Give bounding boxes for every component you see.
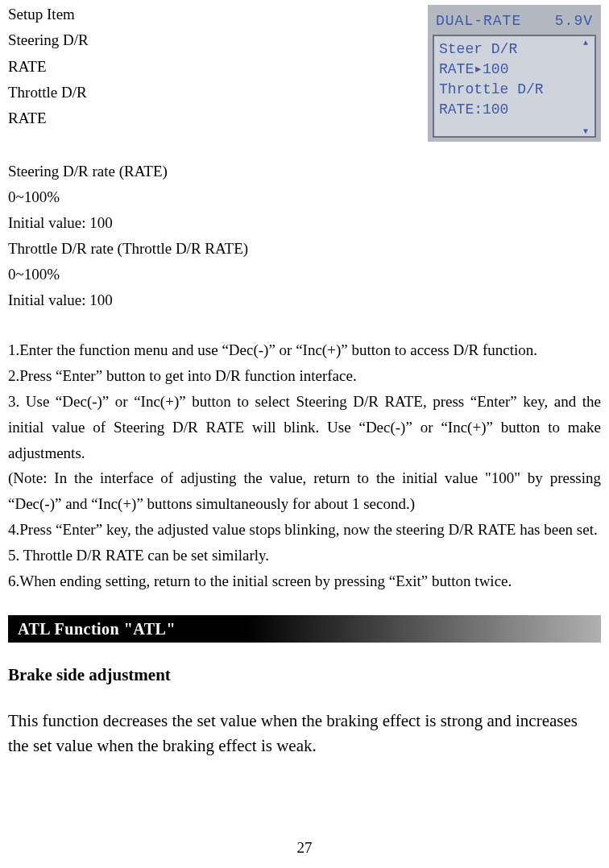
- instruction-step: 2.Press “Enter” button to get into D/R f…: [8, 363, 601, 389]
- instruction-step: 5. Throttle D/R RATE can be set similarl…: [8, 543, 601, 568]
- spec-line: Steering D/R rate (RATE): [8, 159, 601, 184]
- section-header-bar: ATL Function "ATL": [8, 615, 601, 643]
- instructions: 1.Enter the function menu and use “Dec(-…: [8, 337, 601, 594]
- lcd-header-right: 5.9V: [555, 10, 593, 33]
- spec-block: Steering D/R rate (RATE) 0~100% Initial …: [8, 159, 601, 312]
- subsection-title: Brake side adjustment: [8, 662, 601, 689]
- instruction-step: 3. Use “Dec(-)” or “Inc(+)” button to se…: [8, 389, 601, 466]
- lcd-line: Steer D/R: [439, 39, 590, 60]
- spec-line: 0~100%: [8, 262, 601, 287]
- instruction-step: 4.Press “Enter” key, the adjusted value …: [8, 517, 601, 543]
- instruction-note: (Note: In the interface of adjusting the…: [8, 465, 601, 517]
- spec-line: Initial value: 100: [8, 287, 601, 313]
- spec-line: Initial value: 100: [8, 210, 601, 236]
- section-title: ATL Function "ATL": [18, 616, 176, 642]
- instruction-step: 1.Enter the function menu and use “Dec(-…: [8, 337, 601, 363]
- lcd-line: RATE:100: [439, 100, 590, 120]
- section-description: This function decreases the set value wh…: [8, 709, 601, 759]
- spec-line: Throttle D/R rate (Throttle D/R RATE): [8, 236, 601, 262]
- lcd-header-left: DUAL-RATE: [436, 10, 521, 33]
- scroll-up-icon: ▲: [583, 38, 593, 46]
- lcd-header: DUAL-RATE 5.9V: [433, 10, 596, 35]
- scroll-down-icon: ▼: [583, 126, 593, 134]
- lcd-line: Throttle D/R: [439, 80, 590, 100]
- instruction-step: 6.When ending setting, return to the ini…: [8, 568, 601, 594]
- page-number: 27: [0, 836, 609, 860]
- spec-line: 0~100%: [8, 184, 601, 210]
- lcd-screenshot: DUAL-RATE 5.9V ▲ Steer D/R RATE▸100 Thro…: [428, 5, 601, 142]
- lcd-line: RATE▸100: [439, 60, 590, 80]
- lcd-display: ▲ Steer D/R RATE▸100 Throttle D/R RATE:1…: [433, 35, 596, 138]
